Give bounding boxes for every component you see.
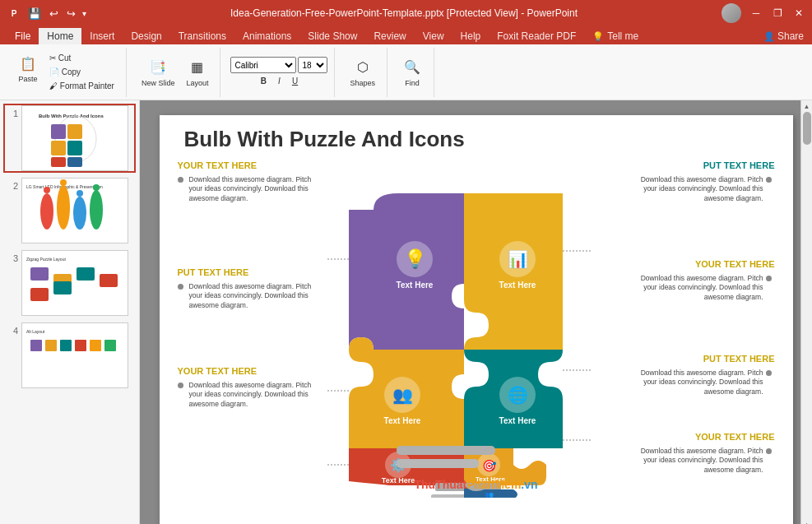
- font-family-select[interactable]: Calibri: [230, 57, 296, 73]
- vertical-scrollbar[interactable]: ▲ ↕ ▼: [800, 100, 812, 524]
- right-section-4: YOUR TEXT HERE Download this awesome dia…: [639, 432, 775, 476]
- puzzle-piece-2: 📊 Text Here: [464, 193, 563, 350]
- slide-thumb-4[interactable]: 4 Alt Layout: [3, 321, 136, 390]
- puzzle-piece-1: 💡 Text Here: [349, 193, 464, 350]
- redo-qat-icon[interactable]: ↪: [65, 6, 77, 21]
- svg-text:Text Here: Text Here: [499, 281, 536, 290]
- puzzle-piece-3: 👥 Text Here: [349, 337, 464, 448]
- svg-text:Zigzag Puzzle Layout: Zigzag Puzzle Layout: [26, 257, 66, 262]
- left-body-2: Download this awesome diagram. Pitch you…: [189, 282, 313, 312]
- ribbon-bar: 📋 Paste ✂ Cut 📄 Copy 🖌 Format Painter 📑 …: [0, 44, 812, 100]
- svg-text:Text Here: Text Here: [396, 281, 433, 290]
- tab-help[interactable]: Help: [452, 28, 490, 44]
- tab-review[interactable]: Review: [365, 28, 414, 44]
- copy-button[interactable]: 📄 Copy: [44, 66, 119, 78]
- close-button[interactable]: ✕: [792, 7, 805, 20]
- slide-preview-4: Alt Layout: [21, 322, 128, 388]
- slide-num-4: 4: [5, 322, 18, 336]
- slide-thumb-1[interactable]: 1 Bulb With Puzzle And Icons: [3, 104, 136, 173]
- watermark-mem: Mem: [494, 478, 521, 491]
- clipboard-group: 📋 Paste ✂ Cut 📄 Copy 🖌 Format Painter: [7, 48, 127, 97]
- svg-text:👥: 👥: [392, 385, 412, 405]
- svg-point-18: [93, 184, 100, 191]
- paste-button[interactable]: 📋 Paste: [13, 52, 43, 92]
- tab-slideshow[interactable]: Slide Show: [299, 28, 365, 44]
- left-heading-1: YOUR TEXT HERE: [178, 160, 313, 170]
- right-body-3: Download this awesome diagram. Pitch you…: [639, 369, 763, 398]
- font-size-select[interactable]: 18: [298, 57, 327, 73]
- dot-2: [178, 284, 183, 290]
- minimize-button[interactable]: ─: [749, 7, 763, 20]
- right-section-3: PUT TEXT HERE Download this awesome diag…: [639, 354, 775, 398]
- scroll-up-arrow[interactable]: ▲: [801, 100, 813, 112]
- left-section-1: YOUR TEXT HERE Download this awesome dia…: [178, 160, 313, 205]
- zoom-in-scroll[interactable]: ↕: [801, 520, 813, 524]
- dot-1: [178, 177, 183, 183]
- left-heading-2: PUT TEXT HERE: [178, 267, 313, 277]
- tell-me-input[interactable]: 💡 Tell me: [584, 28, 647, 44]
- svg-point-15: [44, 187, 50, 193]
- tab-design[interactable]: Design: [123, 28, 169, 44]
- scroll-thumb[interactable]: [803, 112, 811, 145]
- puzzle-piece-4: 🌐 Text Here: [464, 350, 563, 448]
- format-painter-button[interactable]: 🖌 Format Painter: [44, 80, 119, 92]
- tab-foxit[interactable]: Foxit Reader PDF: [489, 28, 584, 44]
- svg-rect-22: [30, 267, 49, 281]
- bulb-diagram: 💡 Text Here 📊 Text Here: [308, 160, 629, 498]
- svg-text:💡: 💡: [403, 248, 426, 270]
- new-slide-icon: 📑: [148, 58, 168, 77]
- font-group: Calibri 18 B I U: [224, 48, 335, 97]
- tab-transitions[interactable]: Transitions: [170, 28, 234, 44]
- svg-rect-32: [60, 340, 72, 351]
- tab-view[interactable]: View: [415, 28, 452, 44]
- svg-text:👥: 👥: [484, 490, 494, 498]
- svg-rect-5: [51, 141, 66, 155]
- main-layout: 1 Bulb With Puzzle And Icons: [0, 100, 812, 524]
- undo-qat-icon[interactable]: ↩: [48, 6, 60, 21]
- left-body-3: Download this awesome diagram. Pitch you…: [189, 381, 313, 410]
- progress-bar-2: [397, 459, 479, 468]
- title-bar-left: P 💾 ↩ ↪ ▾: [7, 6, 86, 21]
- dot-r1: [766, 177, 772, 183]
- restore-button[interactable]: ❐: [771, 7, 784, 20]
- cut-button[interactable]: ✂ Cut: [44, 52, 119, 64]
- svg-rect-33: [75, 340, 86, 351]
- shapes-button[interactable]: ⬡ Shapes: [345, 56, 380, 89]
- svg-rect-24: [77, 267, 95, 281]
- new-slide-button[interactable]: 📑 New Slide: [137, 56, 180, 89]
- tab-file[interactable]: File: [7, 28, 39, 44]
- bold-button[interactable]: B: [256, 75, 271, 87]
- tab-insert[interactable]: Insert: [81, 28, 123, 44]
- svg-rect-34: [90, 340, 101, 351]
- svg-text:📊: 📊: [507, 249, 527, 269]
- svg-text:Text Here: Text Here: [499, 416, 536, 425]
- editing-group: 🔍 Find: [391, 48, 434, 97]
- svg-rect-26: [30, 288, 49, 301]
- right-body-1: Download this awesome diagram. Pitch you…: [639, 175, 763, 205]
- slide-num-1: 1: [5, 105, 18, 118]
- right-body-2: Download this awesome diagram. Pitch you…: [639, 274, 763, 304]
- find-button[interactable]: 🔍 Find: [397, 56, 427, 89]
- underline-button[interactable]: U: [287, 75, 303, 87]
- slide-thumb-2[interactable]: 2 LG Smart LED Infographic & Presentatio…: [3, 176, 136, 245]
- watermark-vn: .vn: [521, 478, 537, 491]
- slide-thumb-3[interactable]: 3 Zigzag Puzzle Layout: [3, 248, 136, 318]
- slides-group: 📑 New Slide ▦ Layout: [130, 48, 221, 97]
- shapes-icon: ⬡: [353, 58, 373, 77]
- save-qat-icon[interactable]: 💾: [26, 6, 43, 21]
- svg-rect-31: [45, 340, 57, 351]
- svg-rect-30: [30, 340, 42, 351]
- watermark-thu: Thu: [414, 478, 435, 491]
- ribbon-tabs: File Home Insert Design Transitions Anim…: [0, 26, 812, 44]
- svg-point-12: [57, 185, 70, 230]
- svg-rect-7: [51, 157, 66, 167]
- watermark: ThuThuatPhanMem.vn: [414, 478, 537, 491]
- layout-button[interactable]: ▦ Layout: [181, 56, 213, 89]
- tab-animations[interactable]: Animations: [234, 28, 299, 44]
- watermark-phan: Phan: [466, 478, 494, 491]
- tab-home[interactable]: Home: [39, 28, 81, 44]
- svg-rect-35: [104, 340, 116, 351]
- share-button[interactable]: 👤 Share: [755, 28, 812, 44]
- right-body-4: Download this awesome diagram. Pitch you…: [639, 447, 763, 476]
- italic-button[interactable]: I: [273, 75, 285, 87]
